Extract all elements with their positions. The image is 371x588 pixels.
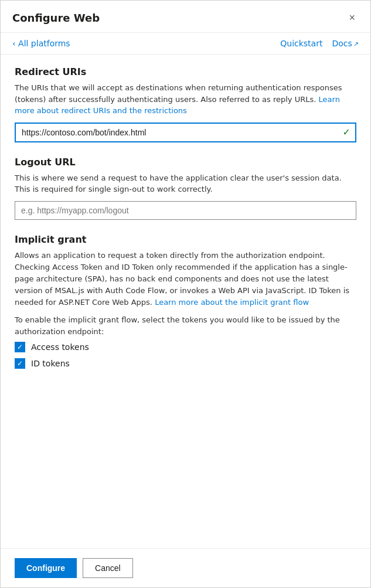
configure-web-dialog: Configure Web × ‹ All platforms Quicksta… bbox=[0, 0, 371, 588]
access-tokens-checkbox-item[interactable]: ✓ Access tokens bbox=[15, 342, 356, 352]
id-tokens-checkbox[interactable]: ✓ bbox=[15, 358, 25, 369]
valid-checkmark-icon: ✓ bbox=[343, 127, 350, 138]
redirect-uris-description: The URIs that we will accept as destinat… bbox=[15, 82, 356, 117]
access-tokens-check-icon: ✓ bbox=[17, 344, 23, 351]
dialog-header: Configure Web × bbox=[1, 1, 370, 33]
docs-link[interactable]: Docs bbox=[332, 39, 359, 48]
nav-links: Quickstart Docs bbox=[280, 39, 359, 48]
token-checkboxes: ✓ Access tokens ✓ ID tokens bbox=[15, 342, 356, 369]
access-tokens-checkbox[interactable]: ✓ bbox=[15, 342, 25, 352]
logout-url-input[interactable] bbox=[15, 201, 356, 220]
implicit-grant-title: Implicit grant bbox=[15, 234, 356, 245]
id-tokens-label: ID tokens bbox=[31, 359, 70, 368]
id-tokens-check-icon: ✓ bbox=[17, 360, 23, 367]
logout-url-section: Logout URL This is where we send a reque… bbox=[15, 157, 356, 220]
redirect-uris-section: Redirect URIs The URIs that we will acce… bbox=[15, 66, 356, 142]
close-button[interactable]: × bbox=[345, 10, 359, 25]
access-tokens-label: Access tokens bbox=[31, 342, 89, 352]
implicit-grant-description: Allows an application to request a token… bbox=[15, 250, 356, 309]
dialog-footer: Configure Cancel bbox=[1, 548, 370, 587]
redirect-uri-input[interactable] bbox=[15, 123, 356, 142]
redirect-uris-title: Redirect URIs bbox=[15, 66, 356, 77]
nav-bar: ‹ All platforms Quickstart Docs bbox=[1, 33, 370, 55]
implicit-grant-enable-desc: To enable the implicit grant flow, selec… bbox=[15, 314, 356, 337]
implicit-grant-learn-more-link[interactable]: Learn more about the implicit grant flow bbox=[155, 298, 309, 307]
redirect-uri-input-wrapper: ✓ bbox=[15, 123, 356, 142]
cancel-button[interactable]: Cancel bbox=[83, 558, 133, 578]
logout-url-title: Logout URL bbox=[15, 157, 356, 168]
dialog-content: Redirect URIs The URIs that we will acce… bbox=[1, 55, 370, 548]
configure-button[interactable]: Configure bbox=[15, 558, 77, 578]
dialog-title: Configure Web bbox=[12, 12, 100, 24]
id-tokens-checkbox-item[interactable]: ✓ ID tokens bbox=[15, 358, 356, 369]
logout-url-description: This is where we send a request to have … bbox=[15, 172, 356, 195]
back-to-platforms-link[interactable]: ‹ All platforms bbox=[12, 39, 70, 48]
implicit-grant-section: Implicit grant Allows an application to … bbox=[15, 234, 356, 369]
redirect-uris-desc-text: The URIs that we will accept as destinat… bbox=[15, 83, 342, 104]
quickstart-link[interactable]: Quickstart bbox=[280, 39, 322, 48]
